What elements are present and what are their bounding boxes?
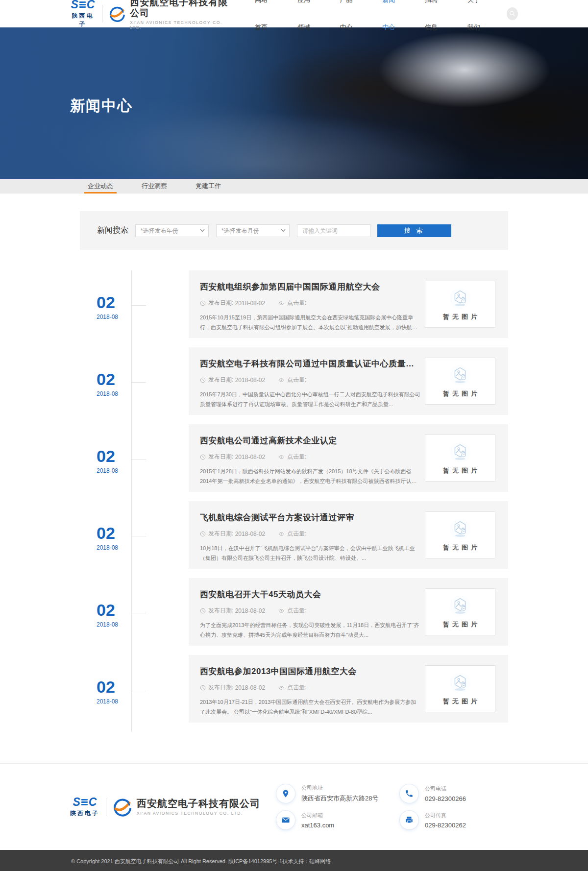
news-item-date-block: 02 2018-08 (97, 525, 118, 551)
no-image-icon (449, 441, 471, 463)
year-select[interactable]: *选择发布年份 (135, 224, 209, 237)
phone-icon (405, 789, 414, 798)
contact-label: 公司地址 (301, 784, 378, 792)
news-item-date-block: 02 2018-08 (97, 678, 118, 705)
copyright-text: © Copyright 2021 西安航空电子科技有限公司 All Right … (71, 858, 331, 864)
news-item-title[interactable]: 飞机航电综合测试平台方案设计通过评审 (200, 512, 416, 523)
contact-value: xat163.com (301, 822, 334, 829)
news-item-excerpt: 为了全面完成2013年的经营目标任务，实现公司突破性发展，11月18日，西安航电… (200, 620, 420, 640)
publish-date-label: 发布日期: (208, 606, 233, 615)
sec-logo: S C 陕西电子 (70, 797, 99, 818)
nav-item-2[interactable]: 产品中心 (340, 0, 359, 41)
search-panel-label: 新闻搜索 (97, 225, 128, 236)
news-item-day: 02 (97, 294, 118, 311)
clock-icon (200, 377, 206, 383)
no-image-placeholder: 暂无图片 (425, 511, 495, 558)
news-item-month: 2018-08 (97, 544, 118, 551)
views-icon (278, 454, 285, 460)
news-item[interactable]: 02 2018-08 西安航电组织参加第四届中国国际通用航空大会 发布日期: 2… (80, 270, 508, 338)
news-card[interactable]: 西安航电公司通过高新技术企业认定 发布日期: 2018-08-02 点击量: 2… (189, 424, 508, 492)
footer-brand: S C 陕西电子 西安航空电子科技有限公司 XI'AN AVIONICS TEC… (70, 797, 260, 818)
chevron-down-icon (200, 229, 205, 232)
top-header: S C 陕西电子 西安航空电子科技有限公司 XI'AN AVIONICS TEC… (0, 0, 588, 27)
views-icon (278, 300, 285, 306)
publish-date-label: 发布日期: (208, 299, 233, 307)
no-image-placeholder: 暂无图片 (425, 358, 495, 405)
news-card[interactable]: 飞机航电综合测试平台方案设计通过评审 发布日期: 2018-08-02 点击量:… (189, 501, 508, 569)
no-image-text: 暂无图片 (440, 466, 480, 475)
footer-contact-item: 公司地址 陕西省西安市高新六路28号 (276, 784, 399, 803)
nav-item-1[interactable]: 应用领域 (297, 0, 317, 41)
news-item-title[interactable]: 西安航电召开大干45天动员大会 (200, 589, 416, 600)
news-item-excerpt: 2015年1月28日，陕西省科技厅网站发布的陕科产发（2015）18号文件《关于… (200, 466, 420, 486)
search-button[interactable] (507, 7, 518, 20)
news-item-date-block: 02 2018-08 (97, 602, 118, 628)
no-image-placeholder: 暂无图片 (425, 435, 495, 482)
news-item[interactable]: 02 2018-08 飞机航电综合测试平台方案设计通过评审 发布日期: 2018… (80, 501, 508, 569)
news-item-title[interactable]: 西安航电公司通过高新技术企业认定 (200, 435, 416, 446)
views-label: 点击量: (287, 376, 306, 384)
tab-2[interactable]: 党建工作 (192, 179, 224, 194)
publish-date-label: 发布日期: (208, 376, 233, 384)
company-name-en: XI'AN AVIONICS TECHNOLOGY CO. LTD. (130, 20, 231, 30)
news-item-excerpt: 2015年7月30日，中国质量认证中心西北分中心审核组一行二人对西安航空电子科技… (200, 389, 420, 409)
news-item[interactable]: 02 2018-08 西安航电公司通过高新技术企业认定 发布日期: 2018-0… (80, 424, 508, 492)
sec-logo-caption: 陕西电子 (70, 809, 99, 818)
news-card[interactable]: 西安航空电子科技有限公司通过中国质量认证中心质量管理体系再认证... 发布日期:… (189, 347, 508, 415)
copyright-bar: © Copyright 2021 西安航空电子科技有限公司 All Right … (0, 850, 588, 871)
timeline-connector (131, 459, 146, 460)
company-name: 西安航空电子科技有限公司 (137, 798, 260, 809)
news-item[interactable]: 02 2018-08 西安航电召开大干45天动员大会 发布日期: 2018-08… (80, 578, 508, 646)
no-image-text: 暂无图片 (440, 620, 480, 629)
contact-icon-circle (399, 784, 419, 803)
clock-icon (200, 531, 206, 537)
brand-swoosh-icon (109, 4, 126, 24)
news-item-title[interactable]: 西安航空电子科技有限公司通过中国质量认证中心质量管理体系再认证... (200, 358, 416, 369)
clock-icon (200, 300, 206, 306)
hero-banner: 新闻中心 (0, 27, 588, 179)
tab-0[interactable]: 企业动态 (84, 179, 117, 194)
publish-date-label: 发布日期: (208, 530, 233, 538)
no-image-text: 暂无图片 (440, 697, 480, 706)
company-name: 西安航空电子科技有限公司 (130, 0, 231, 19)
timeline-connector (131, 690, 146, 690)
news-item-title[interactable]: 西安航电参加2013中国国际通用航空大会 (200, 666, 416, 677)
sec-logo-bars (79, 1, 86, 8)
search-submit-button[interactable]: 搜 索 (377, 224, 451, 237)
sec-logo-bars (81, 799, 88, 805)
nav-item-3[interactable]: 新闻中心 (382, 0, 401, 41)
news-search-panel: 新闻搜索 *选择发布年份 *选择发布月份 搜 索 (80, 211, 508, 250)
clock-icon (200, 685, 206, 691)
publish-date-value: 2018-08-02 (235, 531, 265, 537)
publish-date-value: 2018-08-02 (235, 684, 265, 691)
contact-value: 029-82300262 (425, 822, 466, 829)
no-image-text: 暂无图片 (440, 543, 480, 552)
nav-item-0[interactable]: 网站首页 (255, 0, 274, 41)
news-item[interactable]: 02 2018-08 西安航电参加2013中国国际通用航空大会 发布日期: 20… (80, 655, 508, 723)
footer-contact-item: 公司邮箱 xat163.com (276, 810, 399, 830)
footer-contact-item: 公司传真 029-82300262 (399, 810, 523, 830)
news-card[interactable]: 西安航电召开大干45天动员大会 发布日期: 2018-08-02 点击量: 为了… (189, 578, 508, 646)
tab-1[interactable]: 行业洞察 (138, 179, 171, 194)
news-item-month: 2018-08 (97, 698, 118, 705)
news-item-month: 2018-08 (97, 314, 118, 320)
keyword-input[interactable] (297, 224, 370, 237)
timeline-connector (131, 382, 146, 383)
contact-icon-circle (399, 810, 419, 830)
fax-icon (405, 816, 414, 824)
nav-item-5[interactable]: 关于我们 (467, 0, 487, 41)
month-select[interactable]: *选择发布月份 (216, 224, 290, 237)
footer-contacts: 公司地址 陕西省西安市高新六路28号 公司电话 029-82300266 公司邮… (276, 784, 549, 830)
no-image-text: 暂无图片 (440, 313, 480, 321)
no-image-icon (449, 518, 471, 540)
news-item-title[interactable]: 西安航电组织参加第四届中国国际通用航空大会 (200, 281, 416, 292)
contact-icon-circle (276, 784, 295, 803)
news-item-day: 02 (97, 448, 118, 464)
contact-value: 陕西省西安市高新六路28号 (301, 794, 378, 803)
news-item[interactable]: 02 2018-08 西安航空电子科技有限公司通过中国质量认证中心质量管理体系再… (80, 347, 508, 415)
news-card[interactable]: 西安航电参加2013中国国际通用航空大会 发布日期: 2018-08-02 点击… (189, 655, 508, 723)
nav-item-4[interactable]: 招聘信息 (425, 0, 444, 41)
views-label: 点击量: (287, 683, 306, 692)
news-card[interactable]: 西安航电组织参加第四届中国国际通用航空大会 发布日期: 2018-08-02 点… (189, 270, 508, 338)
news-item-day: 02 (97, 678, 118, 695)
